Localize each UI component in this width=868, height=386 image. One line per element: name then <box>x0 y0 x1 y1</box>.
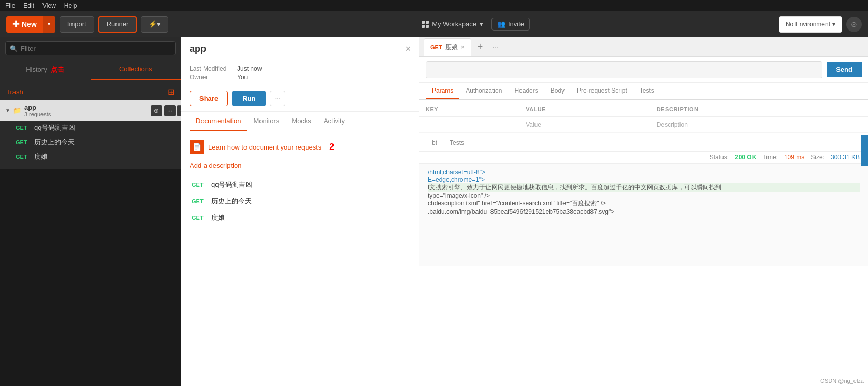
list-item[interactable]: GET 度娘 <box>190 211 411 225</box>
runner-button[interactable]: Runner <box>98 16 137 33</box>
list-item[interactable]: GET qq号码测吉凶 <box>190 177 411 192</box>
more-button[interactable]: ··· <box>270 91 285 106</box>
method-badge: GET <box>192 215 206 221</box>
url-bar: Send <box>419 57 868 83</box>
param-desc-cell[interactable]: Description <box>650 117 868 133</box>
menu-edit[interactable]: Edit <box>23 2 34 9</box>
panel-body: 📄 Learn how to document your requests 2 … <box>181 131 419 386</box>
panel-actions: Share Run ··· <box>181 85 419 112</box>
request-list: GET qq号码测吉凶 GET 历史上的今天 GET 度娘 <box>0 121 181 164</box>
list-item[interactable]: GET 历史上的今天 <box>0 135 181 150</box>
response-line-4: type="image/x-icon" /> <box>428 192 860 199</box>
workspace-button[interactable]: My Workspace ▾ <box>417 18 487 30</box>
tab-documentation[interactable]: Documentation <box>190 112 247 131</box>
share-button[interactable]: Share <box>190 91 228 106</box>
invite-icon: 👥 <box>497 20 505 28</box>
response-line-1: /html;charset=utf-8"> <box>428 169 860 176</box>
panel-title: app <box>190 43 206 54</box>
request-name: 历史上的今天 <box>34 138 75 147</box>
collection-sub: 3 requests <box>24 111 51 117</box>
panel-tabs: Documentation Monitors Mocks Activity <box>181 112 419 131</box>
col-desc: DESCRIPTION <box>650 102 868 117</box>
menu-view[interactable]: View <box>42 2 56 9</box>
list-item[interactable]: GET qq号码测吉凶 <box>0 121 181 135</box>
learn-link[interactable]: Learn how to document your requests <box>208 143 321 151</box>
status-value: 200 OK <box>735 154 756 161</box>
no-environment-button[interactable]: No Environment ▾ <box>779 16 842 33</box>
col-value: VALUE <box>519 102 650 117</box>
import-button[interactable]: Import <box>60 16 94 33</box>
meta-value-owner: You <box>237 73 248 81</box>
tab-mocks[interactable]: Mocks <box>285 112 317 131</box>
tab-history[interactable]: History 点击 <box>0 60 91 80</box>
expand-icon: ▼ <box>5 108 10 113</box>
col-key: KEY <box>419 102 519 117</box>
avatar[interactable]: ⊘ <box>846 17 862 32</box>
request-panel: GET 度娘 × + ··· Send Params Authorization… <box>419 37 868 386</box>
sidebar-wrapper: 🔍 History 点击 Collections Trash ⊞ ▼ <box>0 37 181 386</box>
list-item[interactable]: GET 度娘 <box>0 150 181 164</box>
sidebar-tabs: History 点击 Collections <box>0 60 181 80</box>
search-input[interactable] <box>21 44 171 52</box>
panel-header: app × <box>181 37 419 61</box>
resp-tab-bt[interactable]: bt <box>426 135 443 151</box>
add-request-button[interactable]: ⊕ <box>151 105 162 116</box>
resp-tab-tests[interactable]: Tests <box>443 135 470 151</box>
subtab-tests[interactable]: Tests <box>633 83 660 99</box>
tab-activity[interactable]: Activity <box>317 112 351 131</box>
time-value: 109 ms <box>784 154 804 161</box>
new-label: New <box>22 20 37 28</box>
response-line-6: .baidu.com/img/baidu_85beaf5496f291521eb… <box>428 208 860 215</box>
subtab-prerequest[interactable]: Pre-request Script <box>571 83 633 99</box>
sidebar-collapse-button[interactable]: ◀ <box>177 105 181 116</box>
request-name: 度娘 <box>211 213 225 222</box>
tab-more-button[interactable]: ··· <box>489 41 501 53</box>
active-request-tab[interactable]: GET 度娘 × <box>424 38 471 56</box>
tab-close-icon[interactable]: × <box>461 43 465 51</box>
tab-name: 度娘 <box>445 43 458 52</box>
param-key-cell[interactable] <box>419 117 519 133</box>
response-tabs-bar: bt Tests <box>419 135 868 151</box>
trash-label: Trash <box>6 88 23 96</box>
collection-name: app <box>24 103 51 111</box>
tab-add-button[interactable]: + <box>473 39 487 54</box>
no-env-chevron-icon: ▾ <box>832 21 835 28</box>
sidebar-content: Trash ⊞ ▼ 📁 app 3 requests ⊕ ··· <box>0 80 181 169</box>
subtab-params[interactable]: Params <box>426 83 459 99</box>
new-button-group: ✚ New ▾ <box>6 16 55 33</box>
new-collection-icon[interactable]: ⊞ <box>168 87 175 97</box>
param-value-cell[interactable]: Value <box>519 117 650 133</box>
collection-header[interactable]: ▼ 📁 app 3 requests ⊕ ··· 1 ◀ <box>0 100 181 121</box>
new-button-arrow[interactable]: ▾ <box>43 16 55 33</box>
list-item[interactable]: GET 历史上的今天 <box>190 194 411 209</box>
url-input[interactable] <box>426 62 822 78</box>
run-button[interactable]: Run <box>232 91 266 106</box>
invite-button[interactable]: 👥 Invite <box>491 18 530 31</box>
status-label: Status: <box>710 154 729 161</box>
tab-monitors[interactable]: Monitors <box>247 112 285 131</box>
new-button-main[interactable]: ✚ New <box>6 16 43 33</box>
meta-row-owner: Owner You <box>190 73 411 81</box>
subtab-auth[interactable]: Authorization <box>459 83 508 99</box>
toolbar-right: No Environment ▾ ⊘ <box>779 16 862 33</box>
collection-actions: ⊕ ··· <box>151 105 176 116</box>
params-table: KEY VALUE DESCRIPTION Value Description <box>419 102 868 133</box>
menu-help[interactable]: Help <box>64 2 77 9</box>
extra-button[interactable]: ⚡▾ <box>141 16 168 33</box>
tab-collections[interactable]: Collections <box>91 60 181 80</box>
response-tabs-left: bt Tests <box>426 135 862 151</box>
method-badge: GET <box>16 125 30 131</box>
panel-close-button[interactable]: × <box>405 43 411 54</box>
meta-label-owner: Owner <box>190 73 231 81</box>
send-button[interactable]: Send <box>827 62 862 77</box>
request-subtabs: Params Authorization Headers Body Pre-re… <box>419 83 868 100</box>
add-description-link[interactable]: Add a description <box>190 161 411 169</box>
request-name: 历史上的今天 <box>211 197 252 206</box>
subtab-headers[interactable]: Headers <box>508 83 544 99</box>
request-name: qq号码测吉凶 <box>211 180 252 189</box>
subtab-body[interactable]: Body <box>544 83 571 99</box>
collection-more-button[interactable]: ··· <box>164 105 176 116</box>
menu-file[interactable]: File <box>5 2 15 9</box>
params-table-area: KEY VALUE DESCRIPTION Value Description <box>419 100 868 135</box>
sidebar-trash[interactable]: Trash ⊞ <box>0 84 181 99</box>
